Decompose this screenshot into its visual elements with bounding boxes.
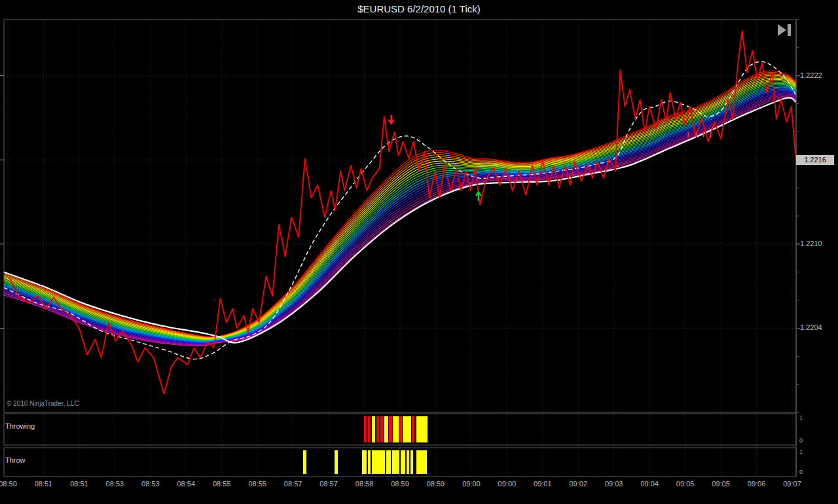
time-axis[interactable]: 08:5008:5108:5108:5308:5308:5408:5508:55… [0, 478, 812, 491]
window-title: $EURUSD 6/2/2010 (1 Tick) [0, 0, 838, 18]
signal-bar [393, 416, 399, 442]
signal-bar [403, 416, 411, 442]
time-label: 09:05 [712, 480, 730, 488]
signal-bar [368, 416, 371, 442]
time-label: 09:03 [605, 480, 623, 488]
signal-bar [412, 416, 414, 442]
signal-bar [372, 450, 385, 474]
time-label: 08:59 [391, 480, 409, 488]
signal-bar [372, 416, 375, 442]
time-label: 09:07 [783, 480, 801, 488]
time-label: 09:01 [534, 480, 552, 488]
signal-bar [303, 450, 306, 474]
time-label: 08:54 [177, 480, 196, 488]
signal-bar [384, 416, 388, 442]
panel-scale-label: 0 [799, 437, 803, 444]
time-label: 08:59 [427, 480, 445, 488]
sell-arrow-marker [389, 115, 394, 124]
time-label: 08:51 [70, 480, 88, 488]
signal-bar [386, 450, 391, 474]
signal-bar [376, 416, 379, 442]
ma-ribbon-line [4, 71, 796, 337]
time-label: 08:55 [248, 480, 266, 488]
signal-bar [416, 450, 427, 474]
time-label: 09:00 [462, 480, 481, 488]
envelope-ma-line [4, 98, 796, 342]
signal-bar [389, 416, 392, 442]
chart-canvas[interactable] [0, 0, 838, 504]
time-label: 09:00 [498, 480, 517, 488]
time-label: 08:50 [0, 480, 17, 488]
panel-scale-label: 1 [799, 448, 803, 455]
time-label: 08:57 [284, 480, 302, 488]
signal-bar [407, 450, 409, 474]
time-label: 09:04 [640, 480, 659, 488]
signal-bar [399, 416, 402, 442]
tick-price-line [10, 31, 797, 394]
panel-scale-label: 0 [799, 469, 803, 475]
panel-scale-label: 1 [799, 414, 803, 421]
buy-arrow-marker [476, 192, 481, 200]
time-label: 08:51 [35, 480, 53, 488]
price-label: 1.2204 [800, 323, 822, 331]
signal-bar [380, 416, 384, 442]
fast-forward-glyph [776, 24, 793, 37]
signal-bar [392, 450, 399, 474]
price-axis[interactable]: 1.22221.22161.22101.22041010 [796, 18, 838, 478]
time-label: 09:06 [748, 480, 766, 488]
signal-bar [364, 416, 367, 442]
signal-bar [410, 450, 413, 474]
time-label: 08:57 [319, 480, 338, 488]
signal-bar [362, 450, 367, 474]
signal-bar [335, 450, 338, 474]
time-label: 08:53 [106, 480, 124, 488]
copyright-label: © 2010 NinjaTrader, LLC [7, 400, 79, 407]
price-label: 1.2222 [800, 71, 822, 79]
panel-label-throw: Throw [5, 456, 26, 464]
time-label: 09:05 [676, 480, 695, 488]
time-label: 09:02 [570, 480, 588, 488]
signal-bar [416, 416, 428, 442]
go-to-latest-icon[interactable] [776, 24, 793, 39]
last-price-badge: 1.2216 [796, 155, 834, 165]
signal-bar [401, 450, 405, 474]
panel-label-throwing: Throwing [5, 422, 35, 430]
time-label: 08:58 [355, 480, 374, 488]
signal-bar [368, 450, 371, 474]
price-label: 1.2210 [800, 240, 822, 247]
time-label: 08:53 [141, 480, 160, 488]
chart-window: $EURUSD 6/2/2010 (1 Tick) © 2010 NinjaTr… [0, 0, 838, 504]
time-label: 08:55 [213, 480, 231, 488]
